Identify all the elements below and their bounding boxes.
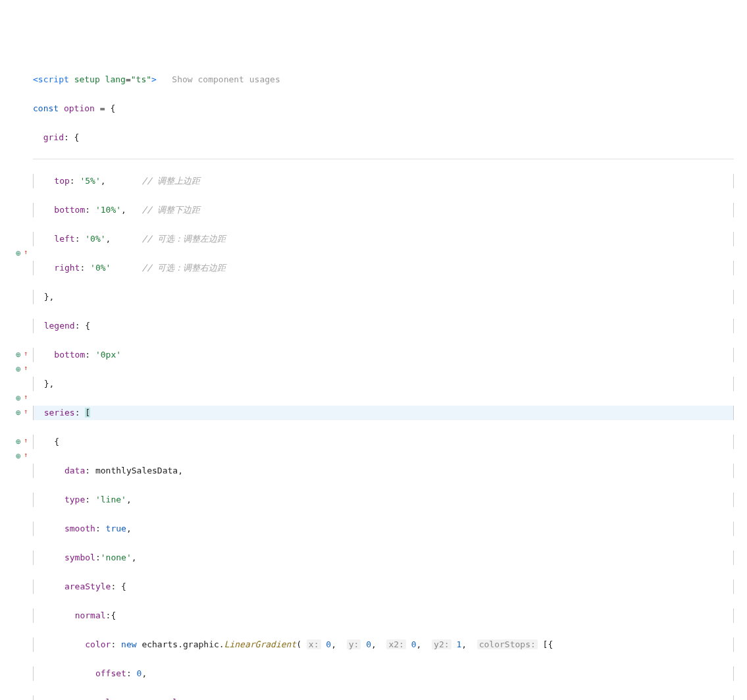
str-val: 'none' — [101, 552, 132, 562]
str-val: '10%' — [95, 205, 121, 215]
attr-lang: lang — [105, 74, 126, 84]
param-hint: colorStops: — [477, 639, 538, 649]
prop-color: color — [85, 639, 111, 649]
code-line[interactable]: const option = { — [33, 101, 734, 116]
str-val: '0%' — [90, 263, 111, 273]
fn-lineargradient: LinearGradient — [224, 639, 297, 649]
bracket-open-hl: [ — [85, 408, 90, 417]
param-hint: y: — [347, 639, 361, 649]
prop-offset: offset — [95, 668, 126, 678]
code-line[interactable]: offset: 0, — [33, 666, 734, 681]
prop-symbol: symbol — [64, 552, 95, 562]
ident: props.color — [132, 697, 188, 700]
num: 0 — [326, 639, 331, 649]
num: 0 — [411, 639, 417, 649]
param-hint: y2: — [432, 639, 451, 649]
code-line[interactable]: bottom: '0px' — [33, 348, 734, 362]
prop-bottom: bottom — [54, 205, 85, 215]
prop-top: top — [54, 176, 69, 186]
kw-const: const — [33, 103, 59, 113]
code-line[interactable]: { — [33, 435, 734, 449]
kw-new: new — [121, 639, 136, 649]
code-line[interactable]: smooth: true, — [33, 522, 734, 536]
str-val: '0%' — [85, 234, 105, 244]
prop-areastyle: areaStyle — [64, 581, 111, 591]
num: 0 — [366, 639, 371, 649]
str-val: '5%' — [80, 176, 100, 186]
code-line[interactable]: areaStyle: { — [33, 579, 734, 594]
num: 1 — [456, 639, 461, 649]
prop-legend: legend — [44, 321, 75, 331]
code-line[interactable]: legend: { — [33, 319, 734, 333]
prop-type: type — [64, 495, 85, 504]
code-line[interactable]: <script setup lang="ts"> Show component … — [33, 72, 734, 87]
prop-series: series — [44, 408, 75, 417]
show-usages-link[interactable]: Show component usages — [172, 74, 280, 84]
tag-close: > — [151, 74, 157, 84]
code-line[interactable]: right: '0%' // 可选：调整右边距 — [33, 261, 734, 275]
prop-left: left — [54, 234, 74, 244]
prop-legend-bottom: bottom — [54, 350, 85, 360]
num: 0 — [137, 668, 142, 678]
code-line[interactable]: left: '0%', // 可选：调整左边距 — [33, 232, 734, 246]
horizontal-divider — [33, 159, 734, 159]
comment: // 可选：调整右边距 — [142, 263, 225, 273]
prop-normal: normal — [75, 610, 106, 620]
comment: // 可选：调整左边距 — [142, 234, 225, 244]
code-line[interactable]: }, — [33, 377, 734, 391]
ident: echarts.graphic. — [142, 639, 224, 649]
code-line[interactable]: grid: { — [33, 130, 734, 145]
code-line[interactable]: bottom: '10%', // 调整下边距 — [33, 203, 734, 217]
ident: monthlySalesData — [95, 466, 178, 475]
code-line[interactable]: color: props.color — [33, 695, 734, 700]
code-line[interactable]: }, — [33, 290, 734, 304]
code-line[interactable]: symbol:'none', — [33, 551, 734, 565]
tag-open: <script — [33, 74, 69, 84]
prop-data: data — [64, 466, 85, 475]
prop-smooth: smooth — [64, 524, 95, 533]
prop-right: right — [54, 263, 80, 273]
code-content[interactable]: <script setup lang="ts"> Show component … — [33, 58, 747, 700]
str-val: 'line' — [95, 495, 126, 504]
attr-lang-val: "ts" — [131, 74, 151, 84]
code-editor[interactable]: <script setup lang="ts"> Show component … — [0, 58, 747, 700]
code-line[interactable]: color: new echarts.graphic.LinearGradien… — [33, 637, 734, 652]
code-line[interactable]: top: '5%', // 调整上边距 — [33, 174, 734, 188]
attr-setup: setup — [74, 74, 100, 84]
code-line[interactable]: type: 'line', — [33, 493, 734, 507]
bool-val: true — [106, 524, 126, 533]
param-hint: x: — [307, 639, 321, 649]
gutter — [0, 58, 33, 700]
comment: // 调整上边距 — [142, 176, 199, 186]
prop-color: color — [95, 697, 121, 700]
str-val: '0px' — [95, 350, 121, 360]
comment: // 调整下边距 — [142, 205, 199, 215]
prop-grid: grid — [43, 132, 64, 142]
punct: = { — [95, 103, 115, 113]
code-line[interactable]: data: monthlySalesData, — [33, 464, 734, 478]
ident-option: option — [64, 103, 95, 113]
code-line[interactable]: normal:{ — [33, 608, 734, 623]
param-hint: x2: — [386, 639, 405, 649]
code-line-highlighted[interactable]: series: [ — [33, 406, 734, 420]
